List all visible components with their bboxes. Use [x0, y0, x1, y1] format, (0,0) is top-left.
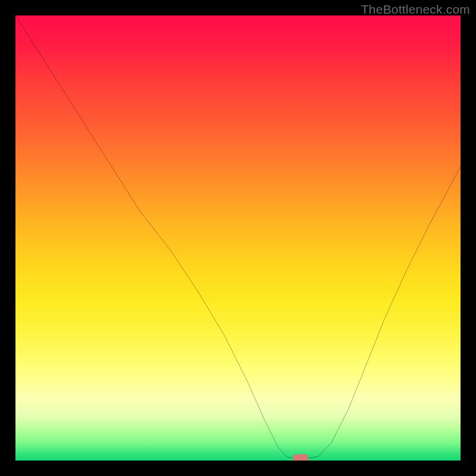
bottleneck-curve [15, 15, 461, 461]
chart-frame: TheBottleneck.com [0, 0, 476, 476]
bottleneck-plot [15, 15, 461, 461]
watermark-label: TheBottleneck.com [361, 2, 470, 17]
optimal-point-marker [293, 455, 308, 461]
